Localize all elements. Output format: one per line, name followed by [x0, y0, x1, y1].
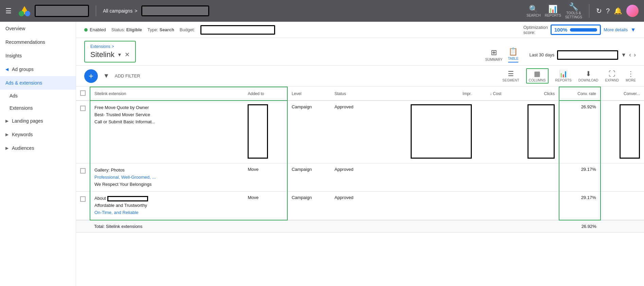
row3-checkbox[interactable] — [80, 196, 86, 202]
date-box[interactable] — [557, 50, 618, 60]
search-nav-icon[interactable]: 🔍 SEARCH — [526, 5, 541, 17]
row2-status-text: Approved — [335, 167, 354, 172]
hamburger-icon[interactable]: ☰ — [5, 7, 12, 15]
sidebar-item-extensions[interactable]: Extensions — [0, 102, 76, 114]
sidebar-item-ads-extensions[interactable]: Ads & extensions — [0, 76, 76, 90]
tools-nav-icon[interactable]: 🔧 TOOLS &SETTINGS — [565, 2, 582, 19]
opt-score-section: Optimizationscore: 100% More details ▼ — [523, 24, 636, 35]
row2-sitelink-text: Gallery: Photos Professional, Well-Groom… — [94, 167, 239, 188]
sidebar-item-recommendations[interactable]: Recommendations — [0, 35, 76, 49]
total-row: Total: Sitelink extensions 26.92% — [76, 220, 644, 233]
total-label-text: Total: Sitelink extensions — [94, 224, 142, 229]
ext-dropdown-arrow-icon[interactable]: ▼ — [117, 52, 122, 57]
row1-level-text: Campaign — [292, 104, 312, 109]
nav-divider — [96, 5, 96, 16]
more-icon: ⋮ — [627, 70, 634, 78]
download-label: DOWNLOAD — [578, 78, 598, 82]
expand-action[interactable]: ⛶ EXPAND — [605, 70, 619, 82]
sidebar-item-landing-pages[interactable]: ▶ Landing pages — [0, 114, 76, 128]
sidebar-item-insights[interactable]: Insights — [0, 49, 76, 62]
download-action[interactable]: ⬇ DOWNLOAD — [578, 70, 598, 82]
add-filter-label[interactable]: ADD FILTER — [115, 73, 140, 78]
add-button[interactable]: + — [84, 69, 98, 83]
notifications-icon[interactable]: 🔔 — [614, 7, 622, 15]
nav-breadcrumb[interactable]: All campaigns > — [103, 8, 137, 14]
th-cost-label: ↓ Cost — [490, 91, 501, 96]
sidebar-item-label: Recommendations — [5, 39, 45, 45]
google-ads-logo — [18, 5, 31, 17]
th-conv-rate: Conv. rate — [559, 87, 600, 101]
chevron-down-date-icon[interactable]: ▼ — [621, 52, 626, 58]
th-conv-rate-label: Conv. rate — [577, 91, 596, 96]
th-impr: Impr. — [371, 87, 476, 101]
header-checkbox[interactable] — [80, 90, 86, 96]
filter-icon[interactable]: ▼ — [103, 72, 109, 79]
columns-label: COLUMNS — [529, 78, 546, 82]
row1-status-text: Approved — [335, 104, 354, 109]
segment-action[interactable]: ☰ SEGMENT — [502, 70, 519, 82]
row1-conv-rate-text: 26.92% — [581, 104, 596, 109]
th-level: Level — [287, 87, 330, 101]
th-status-label: Status — [335, 91, 346, 96]
row3-status: Approved — [330, 192, 371, 220]
reports-action[interactable]: 📊 REPORTS — [555, 70, 572, 82]
table-row: About Affordable and Trustworthy On-Time… — [76, 192, 644, 220]
tools-icon-symbol: 🔧 — [569, 2, 578, 11]
total-cost — [476, 220, 506, 233]
row2-conver — [601, 163, 644, 192]
sidebar-item-label: Landing pages — [12, 118, 43, 124]
segment-icon: ☰ — [508, 70, 514, 78]
ext-breadcrumb-text[interactable]: Extensions — [90, 44, 110, 49]
row1-level: Campaign — [287, 101, 330, 163]
table-row: Free Move Quote by OwnerBest- Trusted Mo… — [76, 101, 644, 163]
ext-close-icon[interactable]: ✕ — [125, 51, 130, 58]
row1-added-to — [244, 101, 287, 163]
nav-separator — [589, 4, 589, 18]
chevron-down-icon[interactable]: ▼ — [630, 27, 636, 33]
th-level-label: Level — [292, 91, 302, 96]
columns-action[interactable]: ▦ COLUMNS — [526, 68, 549, 84]
search-icon-label: SEARCH — [526, 14, 541, 17]
total-conv-rate: 26.92% — [559, 220, 600, 233]
help-icon[interactable]: ? — [606, 7, 610, 15]
extension-breadcrumb-section: Extensions > Sitelink ▼ ✕ — [84, 41, 136, 62]
sidebar-item-overview[interactable]: Overview — [0, 22, 76, 35]
reports-icon-label: REPORTS — [545, 14, 561, 17]
table-label: TABLE — [508, 57, 519, 60]
row2-cost — [476, 163, 506, 192]
total-conver — [601, 220, 644, 233]
row3-clicks — [505, 192, 559, 220]
row1-checkbox[interactable] — [80, 106, 86, 111]
more-action[interactable]: ⋮ MORE — [626, 70, 636, 82]
row2-checkbox[interactable] — [80, 168, 86, 174]
avatar[interactable] — [626, 5, 639, 17]
sidebar-item-audiences[interactable]: ▶ Audiences — [0, 141, 76, 155]
summary-view-btn[interactable]: ⊞ SUMMARY — [485, 48, 503, 61]
row3-level-text: Campaign — [292, 195, 312, 200]
row1-added-to-box — [248, 104, 268, 159]
refresh-icon[interactable]: ↻ — [596, 7, 602, 15]
more-details-link[interactable]: More details — [604, 27, 628, 32]
sidebar-item-label: Insights — [5, 53, 22, 58]
opt-score-bar — [570, 28, 597, 32]
total-clicks — [505, 220, 559, 233]
table-view-btn[interactable]: 📋 TABLE — [508, 47, 519, 62]
budget-box[interactable] — [200, 25, 275, 35]
expand-icon: ⛶ — [609, 70, 615, 78]
opt-score-fill — [570, 28, 597, 32]
row2-checkbox-cell — [76, 163, 90, 192]
total-label: Total: Sitelink extensions — [90, 220, 330, 233]
row2-added-to: Move — [244, 163, 287, 192]
nav-search-box[interactable] — [35, 5, 89, 17]
toolbar: + ▼ ADD FILTER ☰ SEGMENT ▦ COLUMNS 📊 REP… — [76, 66, 644, 87]
prev-arrow-icon[interactable]: ‹ — [629, 51, 631, 58]
next-arrow-icon[interactable]: › — [634, 51, 636, 58]
row1-impr — [371, 101, 476, 163]
sidebar-item-ads[interactable]: Ads — [0, 90, 76, 102]
nav-search-bar[interactable] — [141, 5, 209, 16]
sidebar-item-ad-groups[interactable]: ◀ Ad groups — [0, 62, 76, 76]
sidebar-item-keywords[interactable]: ▶ Keywords — [0, 128, 76, 141]
row3-cost — [476, 192, 506, 220]
reports-nav-icon[interactable]: 📊 REPORTS — [545, 5, 561, 17]
th-checkbox — [76, 87, 90, 101]
